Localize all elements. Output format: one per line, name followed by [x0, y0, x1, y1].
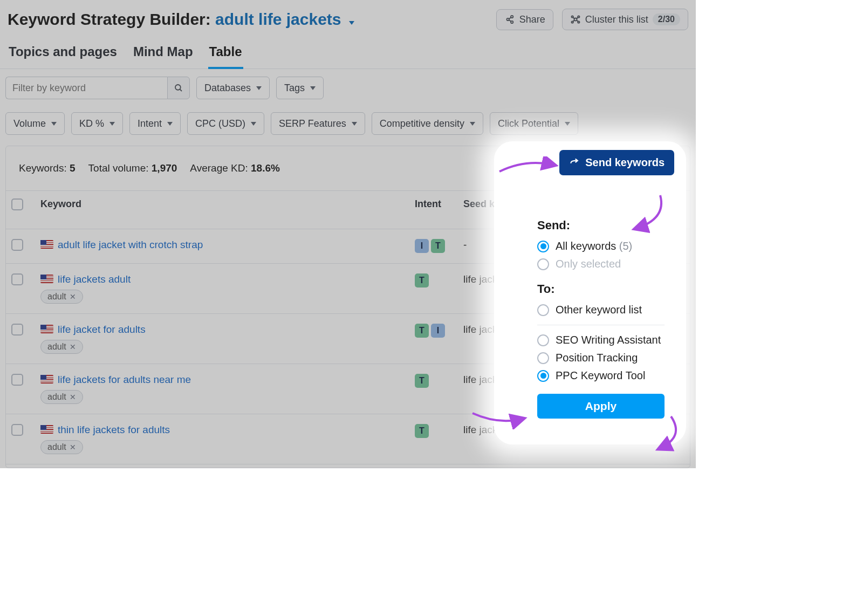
radio-all-keywords[interactable]: All keywords (5) — [537, 240, 665, 252]
filter-serp[interactable]: SERP Features — [271, 112, 365, 135]
select-all-checkbox[interactable] — [11, 199, 23, 210]
svg-point-6 — [571, 21, 573, 23]
intent-badge-t: T — [415, 324, 429, 338]
keyword-link[interactable]: life jackets adult — [58, 273, 131, 285]
summary-total-volume: Total volume: 1,970 — [88, 162, 177, 174]
remove-tag-icon[interactable]: ✕ — [70, 343, 76, 351]
chevron-down-icon — [565, 122, 570, 126]
us-flag-icon — [40, 375, 53, 384]
cluster-count-badge: 2/30 — [653, 13, 680, 25]
filter-clickpot[interactable]: Click Potential — [490, 112, 578, 135]
intent-badge-i: I — [431, 324, 445, 338]
share-icon — [504, 14, 515, 25]
tab-mindmap[interactable]: Mind Map — [132, 39, 194, 69]
radio-position-tracking[interactable]: Position Tracking — [537, 352, 665, 364]
keyword-link[interactable]: thin life jackets for adults — [58, 424, 170, 435]
radio-other-list[interactable]: Other keyword list — [537, 304, 665, 316]
chevron-down-icon — [352, 122, 357, 126]
intent-badge-i: I — [415, 239, 429, 253]
view-tabs: Topics and pages Mind Map Table — [0, 33, 696, 69]
send-keywords-button[interactable]: Send keywords — [559, 150, 674, 175]
project-dropdown[interactable]: adult life jackets — [215, 10, 354, 28]
svg-point-8 — [175, 85, 181, 90]
svg-point-4 — [571, 16, 573, 17]
search-icon — [174, 83, 183, 93]
radio-only-selected: Only selected — [537, 258, 665, 270]
chevron-down-icon — [310, 86, 316, 90]
filter-intent[interactable]: Intent — [129, 112, 181, 135]
send-arrow-icon — [569, 158, 580, 168]
chevron-down-icon — [167, 122, 173, 126]
keyword-filter-submit[interactable] — [167, 77, 190, 99]
svg-point-5 — [578, 16, 579, 17]
us-flag-icon — [40, 240, 53, 249]
row-checkbox[interactable] — [11, 324, 23, 336]
intent-badge-t: T — [415, 273, 429, 288]
chevron-down-icon — [470, 122, 475, 126]
to-heading: To: — [537, 282, 665, 296]
tab-table[interactable]: Table — [208, 39, 243, 69]
send-heading: Send: — [537, 218, 665, 232]
keyword-tag[interactable]: adult ✕ — [40, 440, 83, 454]
filter-cpc[interactable]: CPC (USD) — [187, 112, 264, 135]
row-checkbox[interactable] — [11, 424, 23, 436]
chevron-down-icon — [251, 122, 256, 126]
radio-icon — [537, 334, 549, 346]
svg-point-3 — [574, 18, 577, 21]
keyword-link[interactable]: adult life jacket with crotch strap — [58, 239, 203, 250]
page-title: Keyword Strategy Builder: adult life jac… — [8, 10, 354, 29]
radio-icon — [537, 352, 549, 364]
chevron-down-icon — [256, 86, 262, 90]
cluster-icon — [570, 14, 581, 25]
row-checkbox[interactable] — [11, 374, 23, 386]
summary-avg-kd: Average KD: 18.6% — [190, 162, 280, 174]
send-keywords-popover: Send: All keywords (5) Only selected To:… — [528, 207, 674, 429]
radio-ppc-keyword-tool[interactable]: PPC Keyword Tool — [537, 369, 665, 382]
col-keyword[interactable]: Keyword — [35, 191, 409, 229]
us-flag-icon — [40, 425, 53, 434]
us-flag-icon — [40, 275, 53, 283]
tab-topics[interactable]: Topics and pages — [8, 39, 118, 69]
radio-icon — [537, 241, 549, 252]
summary-keywords: Keywords: 5 — [19, 162, 76, 174]
radio-seo-writing-assistant[interactable]: SEO Writing Assistant — [537, 334, 665, 346]
us-flag-icon — [40, 325, 53, 333]
filter-tags[interactable]: Tags — [276, 77, 324, 99]
filter-volume[interactable]: Volume — [5, 112, 65, 135]
radio-icon — [537, 258, 549, 270]
keyword-link[interactable]: life jacket for adults — [58, 324, 146, 335]
keyword-filter-input[interactable] — [5, 77, 167, 99]
share-button[interactable]: Share — [496, 9, 553, 30]
filter-databases[interactable]: Databases — [196, 77, 270, 99]
radio-icon — [537, 304, 549, 316]
svg-point-7 — [578, 21, 579, 23]
keyword-link[interactable]: life jackets for adults near me — [58, 374, 191, 385]
cluster-button[interactable]: Cluster this list 2/30 — [562, 9, 688, 30]
intent-badge-t: T — [415, 424, 429, 438]
row-checkbox[interactable] — [11, 239, 23, 251]
apply-button[interactable]: Apply — [537, 394, 665, 419]
keyword-tag[interactable]: adult ✕ — [40, 290, 83, 304]
intent-badge-t: T — [415, 374, 429, 388]
remove-tag-icon[interactable]: ✕ — [70, 443, 76, 451]
keyword-tag[interactable]: adult ✕ — [40, 390, 83, 404]
row-checkbox[interactable] — [11, 273, 23, 285]
filter-kd[interactable]: KD % — [71, 112, 123, 135]
keyword-tag[interactable]: adult ✕ — [40, 340, 83, 354]
radio-icon — [537, 370, 549, 382]
col-intent[interactable]: Intent — [409, 191, 458, 229]
chevron-down-icon — [349, 21, 354, 25]
filter-compdens[interactable]: Competitive density — [372, 112, 483, 135]
chevron-down-icon — [109, 122, 115, 126]
remove-tag-icon[interactable]: ✕ — [70, 393, 76, 401]
chevron-down-icon — [51, 122, 57, 126]
remove-tag-icon[interactable]: ✕ — [70, 292, 76, 301]
intent-badge-t: T — [431, 239, 445, 253]
